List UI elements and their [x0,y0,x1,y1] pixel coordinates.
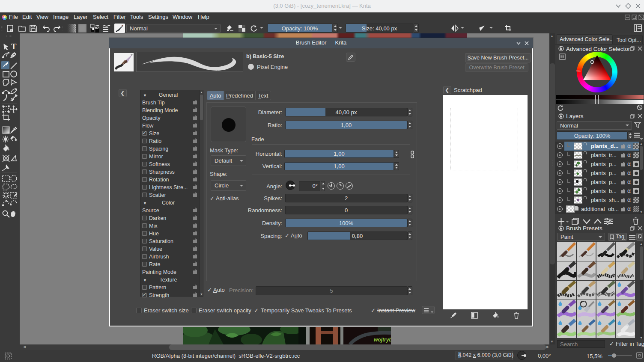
svg-text:wojtryb6: wojtryb6 [374,337,391,343]
